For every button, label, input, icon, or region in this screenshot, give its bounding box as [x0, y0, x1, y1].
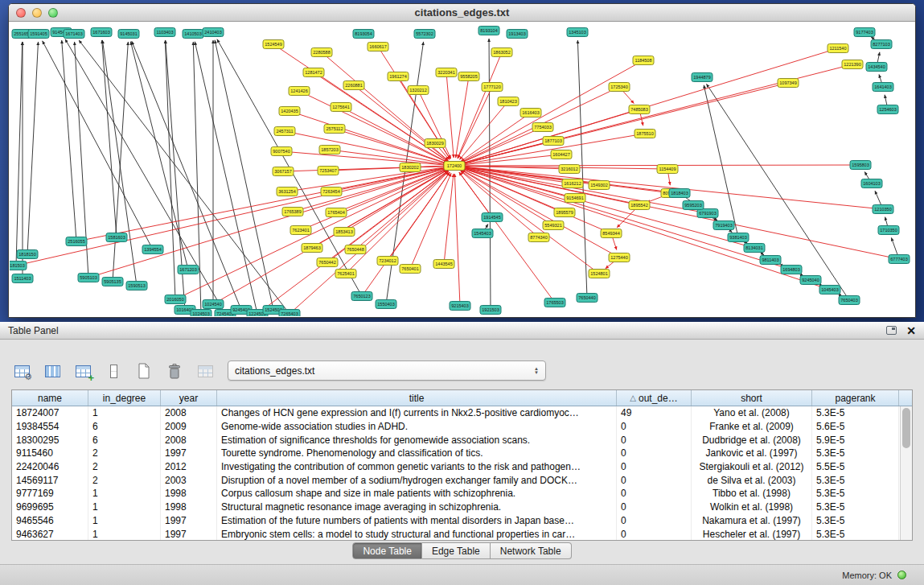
graph-node[interactable]: 1591405	[28, 30, 49, 39]
graph-node[interactable]: 1097349	[778, 79, 799, 88]
graph-node[interactable]: 1765404	[326, 208, 347, 217]
graph-node[interactable]: 8193104	[478, 27, 499, 35]
graph-node[interactable]: 8774340	[528, 233, 549, 242]
graph-node[interactable]: 7623401	[290, 226, 311, 235]
graph-node[interactable]: 2575112	[324, 125, 345, 134]
graph-node[interactable]: 7625401	[335, 270, 356, 278]
scrollbar-thumb[interactable]	[902, 408, 910, 448]
graph-node[interactable]: 7234012	[377, 257, 398, 266]
graph-node[interactable]: 1830202	[400, 163, 421, 172]
graph-node[interactable]: 7650448	[345, 245, 366, 254]
graph-node[interactable]: 1921503	[480, 306, 501, 315]
graph-node[interactable]: 9145031	[118, 30, 139, 39]
graph-node[interactable]: 5549321	[543, 221, 564, 230]
table-row[interactable]: 1830029562008Estimation of significance …	[12, 433, 900, 447]
graph-node[interactable]: 7754033	[532, 123, 553, 132]
graph-node[interactable]: 5572302	[414, 30, 435, 39]
graph-node[interactable]: 1671403	[64, 30, 84, 39]
graph-node[interactable]: 172400	[444, 162, 465, 171]
graph-node[interactable]: 1103403	[154, 28, 175, 37]
graph-node[interactable]: 7650401	[400, 265, 421, 274]
graph-node[interactable]: 1857203	[319, 146, 340, 154]
graph-node[interactable]: 7265403	[279, 310, 300, 317]
graph-node[interactable]: 9177403	[854, 28, 875, 37]
float-panel-icon[interactable]	[886, 326, 897, 335]
table-row[interactable]: 911546021997Tourette syndrome. Phenomeno…	[12, 447, 900, 460]
graph-node[interactable]: 3067157	[273, 167, 294, 176]
graph-node[interactable]: 9381403	[728, 233, 749, 242]
graph-node[interactable]: 1345103	[567, 28, 588, 37]
column-header-out_de[interactable]: △out_de…	[617, 390, 692, 406]
graph-node[interactable]: 1895542	[629, 201, 650, 210]
graph-node[interactable]: 1024540	[203, 300, 224, 309]
tab-node-table[interactable]: Node Table	[352, 542, 422, 559]
graph-node[interactable]: 1671603	[91, 28, 112, 37]
graph-node[interactable]: 1660617	[368, 43, 388, 51]
graph-node[interactable]: 7650403	[839, 296, 860, 305]
table-row[interactable]: 1872400712008Changes of HCN gene express…	[12, 406, 900, 420]
graph-node[interactable]: 9558205	[458, 72, 479, 81]
graph-node[interactable]: 9595203	[683, 201, 704, 210]
graph-node[interactable]: 9811403	[760, 256, 781, 265]
graph-node[interactable]: 7485083	[629, 105, 650, 114]
tab-network-table[interactable]: Network Table	[491, 542, 572, 559]
table-row[interactable]: 2242004622012Investigating the contribut…	[12, 460, 900, 474]
graph-node[interactable]: 1961274	[388, 72, 409, 81]
merge-rows-icon[interactable]	[103, 360, 124, 381]
table-row[interactable]: 969969511998Structural magnetic resonanc…	[12, 501, 900, 514]
delete-icon[interactable]	[164, 360, 185, 381]
graph-node[interactable]: 2260881	[343, 81, 364, 90]
graph-node[interactable]: 9181503	[10, 262, 27, 270]
column-header-name[interactable]: name	[12, 390, 88, 406]
graph-node[interactable]: 7650123	[351, 292, 372, 301]
graph-node[interactable]: 1550403	[376, 300, 396, 309]
column-header-year[interactable]: year	[161, 390, 217, 406]
graph-node[interactable]: 1604103	[861, 179, 882, 188]
graph-node[interactable]: 1410503	[183, 30, 203, 39]
graph-node[interactable]: 3216012	[559, 165, 580, 174]
table-row[interactable]: 946554611997Estimation of the future num…	[12, 514, 900, 528]
graph-node[interactable]: 1765389	[282, 208, 303, 216]
graph-node[interactable]: 3631254	[277, 187, 298, 196]
graph-node[interactable]: 1275440	[609, 253, 630, 262]
graph-node[interactable]: 1524801	[589, 270, 610, 278]
graph-node[interactable]: 1671203	[178, 266, 199, 274]
graph-node[interactable]: 9245040	[800, 276, 821, 285]
graph-node[interactable]: 1434540	[866, 63, 887, 72]
graph-node[interactable]: 8277103	[871, 40, 892, 49]
graph-node[interactable]: 1895579	[554, 208, 575, 217]
table-row[interactable]: 946362711997Embryonic stem cells: a mode…	[12, 527, 900, 540]
graph-node[interactable]: 1581603	[106, 233, 127, 242]
graph-node[interactable]: 1810423	[498, 97, 519, 106]
graph-node[interactable]: 2410403	[203, 28, 224, 37]
table-settings-icon[interactable]: ⚙	[11, 360, 32, 381]
close-window-button[interactable]	[16, 8, 26, 18]
graph-node[interactable]: 1320212	[408, 86, 429, 95]
graph-node[interactable]: 1545403	[472, 229, 493, 238]
column-header-in_degree[interactable]: in_degree	[88, 390, 161, 406]
column-header-pagerank[interactable]: pagerank	[812, 390, 899, 406]
graph-node[interactable]: 1725340	[609, 83, 630, 92]
graph-node[interactable]: 1241426	[289, 87, 310, 96]
graph-node[interactable]: 1853413	[334, 228, 355, 237]
graph-node[interactable]: 7650440	[577, 294, 598, 303]
graph-node[interactable]: 1254603	[877, 105, 898, 114]
graph-node[interactable]: 1420435	[279, 107, 300, 116]
graph-node[interactable]: 1913403	[507, 30, 528, 39]
graph-node[interactable]: 9215403	[450, 302, 470, 311]
table-row[interactable]: 1938455462009Genome-wide association stu…	[12, 420, 900, 434]
graph-node[interactable]: 1549302	[589, 181, 610, 190]
graph-node[interactable]: 7253407	[318, 167, 339, 175]
column-header-short[interactable]: short	[692, 390, 812, 406]
graph-node[interactable]: 7263454	[321, 187, 342, 196]
graph-node[interactable]: 1281472	[303, 68, 324, 77]
graph-node[interactable]: 1818150	[17, 250, 38, 259]
zoom-window-button[interactable]	[48, 8, 58, 18]
graph-node[interactable]: 1616212	[562, 179, 583, 188]
column-header-title[interactable]: title	[217, 390, 617, 406]
graph-node[interactable]: 1875510	[634, 130, 655, 138]
graph-node[interactable]: 8549344	[601, 229, 622, 238]
column-visibility-icon[interactable]	[42, 360, 63, 381]
graph-node[interactable]: 1877103	[543, 137, 564, 146]
graph-node[interactable]: 2280588	[311, 48, 332, 57]
